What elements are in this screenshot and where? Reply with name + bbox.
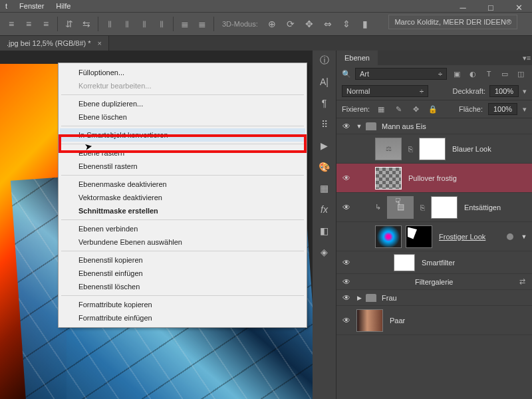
filter-shape-icon[interactable]: ▭ — [499, 68, 511, 79]
color-icon[interactable]: ◧ — [317, 225, 332, 237]
context-menu-item[interactable]: Verbundene Ebenen auswählen — [60, 235, 305, 249]
fx-icon[interactable] — [507, 233, 513, 240]
layer-thumb[interactable]: ▤ — [387, 196, 414, 219]
layer-row[interactable]: 👁 ↳ ▤ ⎘ Entsättigen — [336, 193, 532, 222]
filter-item-row[interactable]: 👁 Filtergalerie ⇄ — [336, 274, 532, 290]
lock-pixels-icon[interactable]: ▦ — [375, 104, 387, 114]
opacity-input[interactable]: 100% — [489, 85, 519, 97]
layer-row[interactable]: Frostiger Look ▼ — [336, 222, 532, 251]
close-tab-icon[interactable]: × — [98, 39, 102, 47]
group-row[interactable]: 👁 ▶ Frau — [336, 290, 532, 306]
context-menu-item[interactable]: Ebenen verbinden — [60, 222, 305, 235]
3d-pan-icon[interactable]: ✥ — [302, 17, 317, 31]
distribute-h2-icon[interactable]: ≣ — [195, 17, 209, 31]
info-icon[interactable]: ⓘ — [317, 55, 332, 66]
context-menu-item[interactable]: Ebenenstil löschen — [60, 280, 305, 293]
close-button[interactable]: ✕ — [511, 3, 527, 12]
visibility-icon[interactable]: 👁 — [340, 258, 352, 267]
panel-menu-icon[interactable]: ▾≡ — [521, 54, 532, 63]
fill-input[interactable]: 100% — [488, 103, 517, 115]
palette-icon[interactable]: 🎨 — [317, 161, 332, 173]
layer-thumb[interactable] — [356, 309, 383, 332]
distribute-v1-icon[interactable]: ⫴ — [102, 17, 117, 31]
context-menu-item[interactable]: Ebenenstil einfügen — [60, 267, 305, 280]
layer-row-selected[interactable]: 👁 Pullover frostig — [336, 164, 532, 193]
filter-type-icon[interactable]: T — [483, 68, 495, 79]
layer-thumb[interactable] — [375, 167, 402, 190]
lock-brush-icon[interactable]: ✎ — [392, 104, 404, 114]
layer-name[interactable]: Pullover frostig — [408, 174, 528, 182]
layers-icon[interactable]: ◈ — [317, 246, 332, 258]
group-name[interactable]: Frau — [382, 294, 528, 302]
layer-name[interactable]: Frostiger Look — [439, 233, 500, 241]
3d-orbit-icon[interactable]: ⊕ — [265, 17, 279, 31]
layer-name[interactable]: Paar — [390, 317, 528, 325]
filter-kind-select[interactable]: Art÷ — [355, 68, 447, 80]
filter-adjust-icon[interactable]: ◐ — [467, 68, 479, 79]
swatches-icon[interactable]: ▦ — [317, 182, 332, 194]
context-menu-item[interactable]: Fülloptionen... — [60, 66, 305, 79]
group-row[interactable]: 👁 ▼ Mann aus Eis — [336, 118, 532, 134]
filter-smart-icon[interactable]: ◫ — [515, 68, 527, 79]
disclosure-icon[interactable]: ▼ — [355, 123, 363, 130]
distribute-v4-icon[interactable]: ⫴ — [154, 17, 169, 31]
context-menu-item[interactable]: Ebenenmaske deaktivieren — [60, 178, 305, 191]
align-center-icon[interactable]: ≡ — [21, 17, 36, 31]
character-icon[interactable]: A| — [317, 76, 332, 88]
paragraph-icon[interactable]: ¶ — [317, 97, 332, 109]
disclosure-icon[interactable]: ▼ — [520, 233, 528, 240]
brush-presets-icon[interactable]: ⠿ — [317, 118, 332, 130]
menu-item[interactable]: t — [5, 2, 7, 10]
visibility-icon[interactable]: 👁 — [340, 122, 352, 131]
maximize-button[interactable]: □ — [483, 3, 499, 12]
layer-name[interactable]: Blauer Look — [452, 145, 528, 153]
distribute-v3-icon[interactable]: ⫴ — [137, 17, 152, 31]
minimize-button[interactable]: ─ — [455, 3, 471, 12]
visibility-icon[interactable]: 👁 — [340, 203, 352, 212]
layer-name[interactable]: Entsättigen — [464, 203, 528, 211]
smartfilter-row[interactable]: 👁 Smartfilter — [336, 251, 532, 274]
distribute-v2-icon[interactable]: ⫴ — [120, 17, 134, 31]
3d-roll-icon[interactable]: ⟳ — [283, 17, 298, 31]
context-menu-item[interactable]: Ebene duplizieren... — [60, 97, 305, 110]
filter-settings-icon[interactable]: ⇄ — [519, 277, 525, 286]
layer-thumb[interactable] — [375, 225, 402, 248]
3d-zoom-icon[interactable]: ⇕ — [339, 17, 354, 31]
visibility-icon[interactable]: 👁 — [340, 277, 352, 287]
context-menu-item[interactable]: Ebenenstil kopieren — [60, 253, 305, 267]
context-menu-item[interactable]: Formattribute einfügen — [60, 311, 305, 325]
layer-thumb[interactable]: ⚖ — [375, 138, 402, 160]
disclosure-icon[interactable]: ▶ — [355, 295, 363, 301]
doc-tab[interactable]: .jpg bei 12,5% (RGB/8#) * × — [0, 36, 109, 51]
3d-slide-icon[interactable]: ⇔ — [321, 17, 335, 31]
distribute-icon[interactable]: ⇵ — [62, 17, 76, 31]
lock-move-icon[interactable]: ✥ — [410, 104, 422, 114]
layer-mask[interactable] — [406, 225, 432, 248]
layers-tab[interactable]: Ebenen — [336, 51, 378, 65]
context-menu-item[interactable]: Ebenenstil rastern — [60, 160, 305, 173]
context-menu-item[interactable]: Formattribute kopieren — [60, 298, 305, 311]
align-right-icon[interactable]: ≡ — [39, 17, 53, 31]
group-name[interactable]: Mann aus Eis — [382, 122, 528, 130]
link-icon[interactable]: ⎘ — [418, 203, 427, 211]
visibility-icon[interactable]: 👁 — [340, 293, 352, 303]
filter-name[interactable]: Filtergalerie — [415, 278, 515, 286]
filter-pixel-icon[interactable]: ▣ — [451, 68, 463, 79]
layer-mask[interactable] — [419, 138, 446, 160]
3d-camera-icon[interactable]: ▮ — [358, 17, 372, 31]
play-icon[interactable]: ▶ — [317, 140, 332, 152]
distribute-h-icon[interactable]: ⇆ — [79, 17, 94, 31]
styles-icon[interactable]: fx — [317, 203, 332, 215]
distribute-h1-icon[interactable]: ≣ — [178, 17, 192, 31]
align-left-icon[interactable]: ≡ — [4, 17, 19, 31]
layer-row[interactable]: ⚖ ⎘ Blauer Look — [336, 134, 532, 164]
link-icon[interactable]: ⎘ — [406, 145, 415, 153]
lock-all-icon[interactable]: 🔒 — [427, 104, 439, 114]
filter-mask[interactable] — [394, 254, 415, 271]
context-menu-item[interactable]: Vektormaske deaktivieren — [60, 191, 305, 204]
blend-mode-select[interactable]: Normal÷ — [342, 85, 428, 97]
menu-item-hilfe[interactable]: Hilfe — [56, 2, 70, 10]
layer-row[interactable]: 👁 Paar — [336, 306, 532, 335]
context-menu-item[interactable]: Schnittmaske erstellen — [60, 204, 305, 217]
account-box[interactable]: Marco Kolditz, MEER DER IDEEN® — [388, 15, 517, 29]
